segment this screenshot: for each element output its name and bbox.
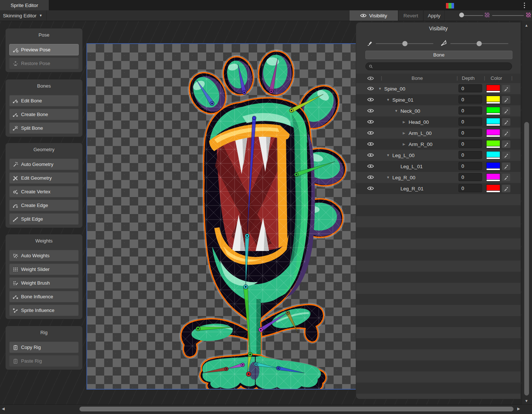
apply-button[interactable]: Apply <box>423 10 445 21</box>
eye-icon[interactable] <box>367 175 374 180</box>
depth-field[interactable]: 0 <box>458 106 482 115</box>
auto-geometry-button[interactable]: Auto Geometry <box>9 159 79 170</box>
depth-field[interactable]: 0 <box>458 118 482 126</box>
tree-arrow-icon[interactable]: ▼ <box>386 98 392 102</box>
sprite-influence-button[interactable]: Sprite Influence <box>9 305 79 316</box>
bone-tab-button[interactable]: Bone <box>365 51 512 59</box>
eyedropper-button[interactable] <box>502 118 511 126</box>
eye-icon[interactable] <box>367 86 374 91</box>
create-vertex-button[interactable]: Create Vertex <box>9 186 79 197</box>
scroll-right-icon[interactable]: ▶ <box>517 407 520 411</box>
depth-field[interactable]: 0 <box>458 151 482 159</box>
bone-color-swatch[interactable] <box>486 129 500 137</box>
bone-color-swatch[interactable] <box>486 118 500 126</box>
skinning-editor-dropdown[interactable]: Skinning Editor ▼ <box>0 10 47 21</box>
header-bone[interactable]: Bone <box>412 75 423 81</box>
weight-brush-button[interactable]: Weight Brush <box>9 277 79 289</box>
revert-button[interactable]: Revert <box>398 10 423 21</box>
vertical-scrollbar-thumb[interactable] <box>524 122 529 396</box>
depth-field[interactable]: 0 <box>458 184 482 192</box>
kebab-menu-icon[interactable] <box>522 2 527 9</box>
bone-color-swatch[interactable] <box>486 107 500 115</box>
eyedropper-button[interactable] <box>502 129 511 137</box>
sprite-color-swatch-button[interactable] <box>446 3 454 9</box>
bone-row-leg-r-00[interactable]: ▼Leg_R_00 0 <box>356 172 521 183</box>
eye-column-icon[interactable] <box>367 76 374 81</box>
eyedropper-button[interactable] <box>502 96 511 104</box>
search-input[interactable] <box>375 64 509 69</box>
copy-rig-button[interactable]: Copy Rig <box>9 342 79 353</box>
depth-field[interactable]: 0 <box>458 173 482 181</box>
tree-arrow-icon[interactable]: ▶ <box>403 142 409 146</box>
eyedropper-button[interactable] <box>502 184 511 193</box>
eyedropper-button[interactable] <box>502 107 511 115</box>
depth-field[interactable]: 0 <box>458 140 482 148</box>
create-edge-button[interactable]: Create Edge <box>9 200 79 211</box>
eyedropper-button[interactable] <box>502 85 511 93</box>
visibility-toggle-button[interactable]: Visibility <box>349 10 398 21</box>
bone-row-leg-r-01[interactable]: Leg_R_01 0 <box>356 183 521 194</box>
eyedropper-button[interactable] <box>502 140 511 148</box>
bone-opacity-slider-knob[interactable] <box>402 41 407 46</box>
bone-color-swatch[interactable] <box>486 96 500 104</box>
eyedropper-button[interactable] <box>502 173 511 181</box>
eye-icon[interactable] <box>367 142 374 146</box>
scroll-down-icon[interactable]: ▼ <box>525 399 528 403</box>
bone-influence-button[interactable]: Bone Influence <box>9 291 79 302</box>
scroll-up-icon[interactable]: ▲ <box>525 24 528 27</box>
eyedropper-button[interactable] <box>502 162 511 170</box>
tree-arrow-icon[interactable]: ▼ <box>378 87 384 91</box>
tree-arrow-icon[interactable]: ▶ <box>403 120 409 124</box>
bone-color-swatch[interactable] <box>486 151 500 159</box>
tree-arrow-icon[interactable]: ▼ <box>386 176 392 179</box>
weight-slider-button[interactable]: Weight Slider <box>9 264 79 275</box>
depth-field[interactable]: 0 <box>458 129 482 137</box>
scroll-left-icon[interactable]: ◀ <box>2 407 5 411</box>
depth-field[interactable]: 0 <box>458 162 482 170</box>
eyedropper-button[interactable] <box>502 151 511 159</box>
bone-color-swatch[interactable] <box>486 85 500 93</box>
bone-row-leg-l-00[interactable]: ▼Leg_L_00 0 <box>356 150 521 161</box>
auto-weights-button[interactable]: Auto Weights <box>9 250 79 261</box>
toolbar-slider-knob-1[interactable] <box>459 13 464 17</box>
paste-rig-button[interactable]: Paste Rig <box>9 355 79 367</box>
bone-row-arm-r-00[interactable]: ▶Arm_R_00 0 <box>356 139 521 150</box>
tree-arrow-icon[interactable]: ▼ <box>386 153 392 157</box>
checker-swatch-icon-2[interactable] <box>526 13 531 17</box>
bone-row-spine-01[interactable]: ▼Spine_01 0 <box>356 94 521 105</box>
edit-geometry-button[interactable]: Edit Geometry <box>9 172 79 184</box>
split-bone-button[interactable]: Split Bone <box>9 122 79 134</box>
bone-color-swatch[interactable] <box>486 162 500 170</box>
depth-field[interactable]: 0 <box>458 95 482 104</box>
bone-row-neck-00[interactable]: ▼Neck_00 0 <box>356 105 521 116</box>
eye-icon[interactable] <box>367 130 374 135</box>
depth-field[interactable]: 0 <box>458 84 482 92</box>
bone-row-leg-l-01[interactable]: Leg_L_01 0 <box>356 161 521 172</box>
create-bone-button[interactable]: Create Bone <box>9 109 79 120</box>
edit-bone-button[interactable]: Edit Bone <box>9 95 79 106</box>
preview-pose-button[interactable]: Preview Pose <box>9 44 79 55</box>
eye-icon[interactable] <box>367 164 374 169</box>
tab-sprite-editor[interactable]: Sprite Editor <box>0 0 49 10</box>
tree-arrow-icon[interactable]: ▼ <box>395 109 400 113</box>
horizontal-scrollbar-thumb[interactable] <box>79 407 514 411</box>
eye-icon[interactable] <box>367 119 374 124</box>
bone-color-swatch[interactable] <box>486 173 500 181</box>
eye-icon[interactable] <box>367 97 374 102</box>
restore-pose-button[interactable]: Restore Pose <box>9 58 79 69</box>
bone-color-swatch[interactable] <box>486 184 500 193</box>
eye-icon[interactable] <box>367 153 374 157</box>
checker-swatch-icon-1[interactable] <box>485 13 490 17</box>
split-edge-button[interactable]: Split Edge <box>9 213 79 225</box>
bone-search-box[interactable] <box>365 62 512 70</box>
bone-color-swatch[interactable] <box>486 140 500 148</box>
sprite-canvas[interactable] <box>86 43 357 390</box>
mesh-opacity-slider-knob[interactable] <box>477 41 482 46</box>
bone-row-arm-l-00[interactable]: ▶Arm_L_00 0 <box>356 128 521 139</box>
toolbar-slider-track-2[interactable] <box>492 15 524 16</box>
eye-icon[interactable] <box>367 186 374 191</box>
tree-arrow-icon[interactable]: ▶ <box>403 131 409 135</box>
header-depth[interactable]: Depth <box>462 75 475 81</box>
bone-row-spine-00[interactable]: ▼Spine_00 0 <box>356 83 521 94</box>
header-color[interactable]: Color <box>491 75 502 81</box>
